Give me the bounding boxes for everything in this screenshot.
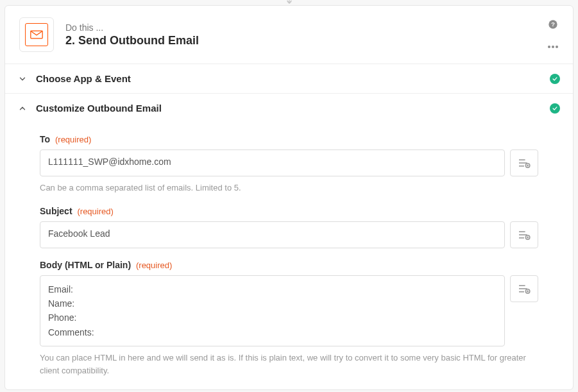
step-text: Do this ... 2. Send Outbound Email xyxy=(65,22,541,47)
input-body[interactable]: Email: Name: Phone: Comments: xyxy=(40,275,505,347)
label-to-required: (required) xyxy=(55,135,91,144)
hint-body: You can place HTML in here and we will s… xyxy=(40,352,538,377)
step-title: 2. Send Outbound Email xyxy=(65,34,541,47)
label-subject: Subject (required) xyxy=(40,206,538,216)
body-line: Email: xyxy=(48,282,497,296)
input-to[interactable]: L111111_SWP@idxhome.com xyxy=(40,149,505,176)
body-line: Comments: xyxy=(48,325,497,339)
insert-data-button[interactable] xyxy=(510,149,538,176)
section-title-choose-app: Choose App & Event xyxy=(36,73,550,84)
body-line: Name: xyxy=(48,296,497,311)
label-subject-text: Subject xyxy=(40,206,72,216)
field-subject: Subject (required) Facebook Lead xyxy=(40,206,538,248)
help-icon[interactable]: ? xyxy=(548,19,558,31)
field-to: To (required) L111111_SWP@idxhome.com Ca… xyxy=(40,134,538,194)
label-subject-required: (required) xyxy=(77,207,113,216)
svg-point-3 xyxy=(548,46,550,48)
insert-data-button[interactable] xyxy=(510,221,538,248)
input-subject[interactable]: Facebook Lead xyxy=(40,221,505,248)
step-card: Do this ... 2. Send Outbound Email ? Cho… xyxy=(4,5,574,390)
svg-point-4 xyxy=(552,46,554,48)
label-to-text: To xyxy=(40,134,50,144)
section-title-customize: Customize Outbound Email xyxy=(36,103,550,114)
section-choose-app[interactable]: Choose App & Event xyxy=(5,64,573,93)
chevron-up-icon xyxy=(18,104,27,113)
field-body: Body (HTML or Plain) (required) Email: N… xyxy=(40,260,538,377)
section-customize[interactable]: Customize Outbound Email xyxy=(5,93,573,123)
chevron-down-icon xyxy=(18,74,27,83)
hint-to: Can be a comma separated list of emails.… xyxy=(40,182,538,194)
app-icon-container xyxy=(19,17,54,52)
body-line: Phone: xyxy=(48,311,497,325)
svg-text:?: ? xyxy=(551,21,555,28)
insert-data-button[interactable] xyxy=(510,275,538,302)
form-area: To (required) L111111_SWP@idxhome.com Ca… xyxy=(5,134,573,389)
step-header: Do this ... 2. Send Outbound Email ? xyxy=(5,6,573,64)
label-body-required: (required) xyxy=(136,260,172,270)
mail-icon xyxy=(25,23,48,46)
status-check-icon xyxy=(550,103,560,114)
label-body-text: Body (HTML or Plain) xyxy=(40,260,131,270)
status-check-icon xyxy=(550,74,560,84)
label-to: To (required) xyxy=(40,134,538,144)
more-menu-icon[interactable] xyxy=(547,40,559,51)
svg-point-5 xyxy=(556,46,558,48)
step-kicker: Do this ... xyxy=(65,22,541,33)
label-body: Body (HTML or Plain) (required) xyxy=(40,260,538,270)
